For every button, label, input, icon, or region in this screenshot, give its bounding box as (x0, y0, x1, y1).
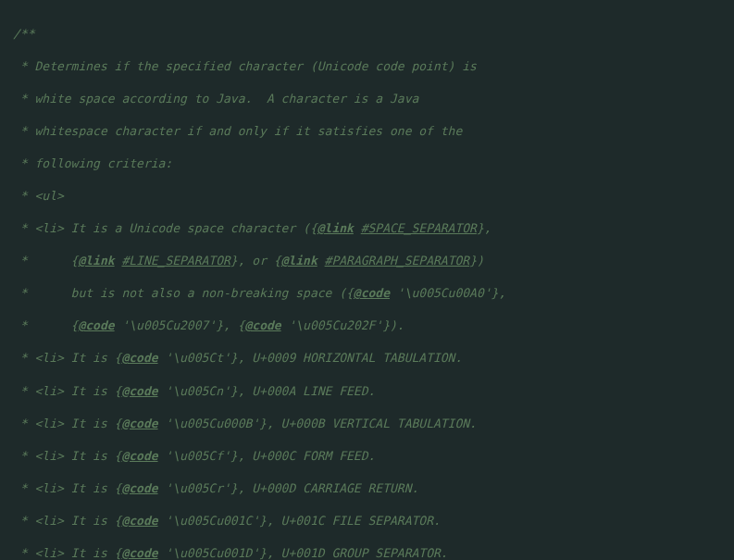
link-tag: @link (317, 221, 354, 235)
javadoc-line: * whitespace character if and only if it… (13, 124, 462, 138)
code-tag: @code (78, 318, 114, 332)
javadoc-line: * <li> It is { (13, 481, 121, 495)
code-tag: @code (121, 351, 157, 365)
javadoc-line: * <li> It is { (13, 384, 121, 398)
javadoc-line: * but is not also a non-breaking space (… (13, 286, 354, 300)
javadoc-line: * <li> It is { (13, 514, 121, 528)
code-tag: @code (244, 318, 280, 332)
link-ref: #PARAGRAPH_SEPARATOR (325, 254, 470, 268)
code-tag: @code (354, 286, 390, 300)
javadoc-start: /** (13, 27, 34, 41)
javadoc-line: * following criteria: (13, 156, 172, 170)
javadoc-line: * <li> It is { (13, 449, 121, 463)
code-tag: @code (121, 481, 157, 495)
javadoc-line: * { (13, 254, 78, 268)
link-ref: #SPACE_SEPARATOR (361, 221, 477, 235)
code-tag: @code (121, 384, 157, 398)
javadoc-line: * <li> It is { (13, 417, 121, 430)
link-tag: @link (78, 254, 114, 268)
javadoc-line: * white space according to Java. A chara… (13, 92, 418, 106)
javadoc-line: * <li> It is a Unicode space character (… (13, 221, 317, 235)
code-tag: @code (121, 449, 157, 463)
javadoc-line: * <li> It is { (13, 546, 121, 560)
javadoc-line: * { (13, 318, 78, 332)
code-tag: @code (121, 417, 157, 430)
javadoc-line: * <li> It is { (13, 351, 121, 365)
link-tag: @link (281, 254, 317, 268)
code-tag: @code (121, 514, 157, 528)
link-ref: #LINE_SEPARATOR (121, 254, 230, 268)
javadoc-line: * <ul> (13, 189, 64, 203)
code-block: /** * Determines if the specified charac… (0, 0, 734, 560)
code-tag: @code (121, 546, 157, 560)
javadoc-line: * Determines if the specified character … (13, 59, 477, 73)
